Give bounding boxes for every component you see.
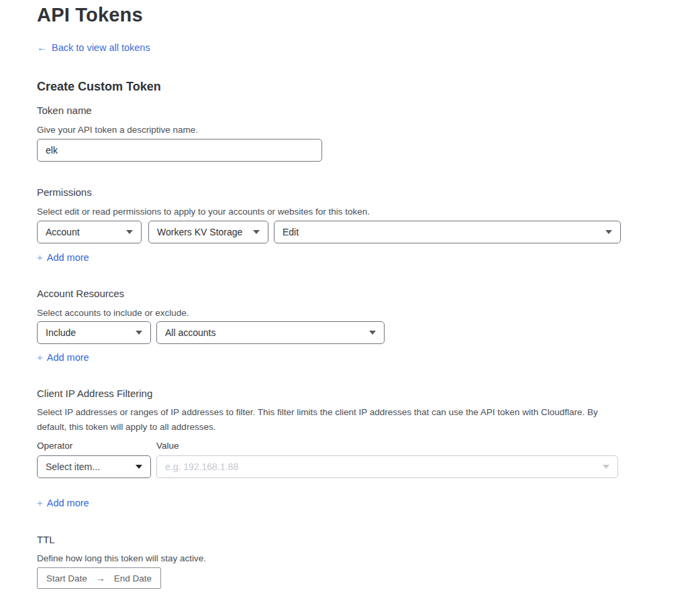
ip-value-placeholder: e.g. 192.168.1.88 (165, 461, 238, 472)
permissions-label: Permissions (37, 186, 92, 198)
ip-operator-value: Select item... (46, 461, 100, 472)
account-resources-label: Account Resources (37, 288, 124, 299)
ttl-description: Define how long this token will stay act… (37, 551, 206, 566)
api-tokens-page: API Tokens ← Back to view all tokens Cre… (0, 0, 700, 615)
account-resources-description: Select accounts to include or exclude. (37, 306, 189, 321)
chevron-down-icon (136, 465, 142, 469)
back-link-label: Back to view all tokens (52, 42, 150, 53)
plus-icon: + (37, 497, 43, 508)
back-arrow-icon: ← (37, 42, 47, 53)
chevron-down-icon (253, 230, 260, 234)
add-more-label: Add more (47, 252, 89, 263)
end-date-label: End Date (114, 573, 152, 583)
ip-value-input[interactable]: e.g. 192.168.1.88 (156, 455, 618, 478)
ip-operator-label: Operator (37, 441, 72, 451)
permission-access-value: Edit (283, 227, 299, 237)
add-more-account-resource-link[interactable]: + Add more (37, 351, 89, 363)
chevron-down-icon (603, 465, 609, 469)
permission-resource-select[interactable]: Workers KV Storage (148, 221, 268, 243)
plus-icon: + (37, 251, 43, 263)
ip-filtering-description: Select IP addresses or ranges of IP addr… (37, 405, 622, 435)
add-more-label: Add more (47, 352, 89, 363)
permissions-description: Select edit or read permissions to apply… (37, 205, 370, 219)
add-more-permission-link[interactable]: + Add more (37, 251, 89, 263)
create-custom-token-heading: Create Custom Token (37, 80, 161, 94)
account-selection-value: All accounts (165, 327, 215, 338)
chevron-down-icon (605, 230, 612, 234)
ttl-label: TTL (37, 534, 55, 545)
permission-access-select[interactable]: Edit (274, 221, 621, 243)
ip-operator-select[interactable]: Select item... (37, 455, 151, 478)
add-more-label: Add more (47, 498, 89, 508)
chevron-down-icon (136, 331, 142, 335)
account-include-exclude-select[interactable]: Include (37, 321, 151, 344)
token-name-description: Give your API token a descriptive name. (37, 123, 198, 137)
ip-value-label: Value (156, 441, 179, 451)
chevron-down-icon (126, 230, 133, 234)
account-selection-select[interactable]: All accounts (156, 321, 385, 344)
account-include-exclude-value: Include (46, 327, 76, 338)
start-date-label: Start Date (46, 573, 87, 583)
arrow-right-icon: → (96, 573, 105, 583)
token-name-input[interactable] (37, 139, 322, 162)
back-to-tokens-link[interactable]: ← Back to view all tokens (37, 42, 150, 53)
chevron-down-icon (369, 331, 376, 335)
permission-scope-value: Account (46, 227, 80, 237)
ip-filtering-label: Client IP Address Filtering (37, 388, 152, 399)
token-name-label: Token name (37, 105, 92, 116)
permission-scope-select[interactable]: Account (37, 221, 142, 243)
plus-icon: + (37, 351, 43, 363)
ttl-date-range-picker[interactable]: Start Date → End Date (37, 567, 161, 589)
permission-resource-value: Workers KV Storage (157, 227, 242, 237)
page-title: API Tokens (37, 4, 143, 26)
add-more-ip-filter-link[interactable]: + Add more (37, 497, 89, 508)
